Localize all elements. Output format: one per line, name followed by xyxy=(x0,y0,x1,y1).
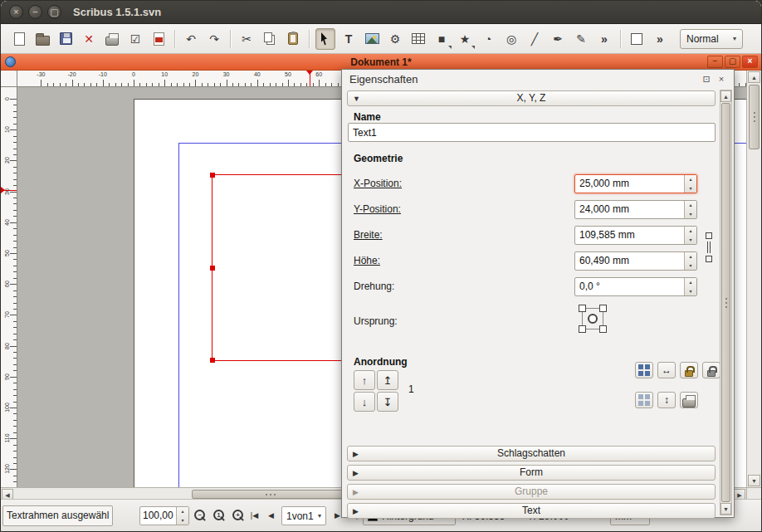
insert-line-tool[interactable]: ╱ xyxy=(525,28,545,50)
zoom-spin-up[interactable]: ▴ xyxy=(177,507,188,516)
group-button[interactable] xyxy=(635,362,653,378)
flip-horizontal-button[interactable]: ↔ xyxy=(657,362,676,378)
x-position-spinbox[interactable]: 25,000 mm▴▾ xyxy=(574,174,697,193)
document-titlebar[interactable]: Dokument 1* −▢× xyxy=(1,54,761,71)
height-spin-down[interactable]: ▾ xyxy=(685,261,696,271)
lower-to-bottom-button[interactable]: ↧ xyxy=(377,392,398,412)
select-item-tool[interactable] xyxy=(315,28,335,50)
name-input[interactable] xyxy=(348,123,716,142)
insert-image-frame-tool[interactable] xyxy=(362,28,382,50)
cut-button[interactable]: ✂ xyxy=(237,28,256,50)
zoom-in-button[interactable]: + xyxy=(230,506,247,525)
lower-level-button[interactable]: ↓ xyxy=(354,392,375,412)
preview-mode-button[interactable] xyxy=(627,28,647,50)
view-overflow-button[interactable]: » xyxy=(650,28,670,50)
horizontal-scroll-thumb[interactable] xyxy=(192,490,349,499)
frame-handle-tl[interactable] xyxy=(210,173,215,178)
doc-close-button[interactable]: × xyxy=(742,56,758,68)
toolbar-overflow-button[interactable]: » xyxy=(594,28,614,50)
vertical-ruler[interactable]: 0102030405060708090100110120 xyxy=(1,87,17,487)
y-position-spinbox[interactable]: 24,000 mm▴▾ xyxy=(574,200,697,219)
width-spin-up[interactable]: ▴ xyxy=(685,227,696,236)
print-button[interactable] xyxy=(102,28,122,50)
basepoint-bottom-left[interactable] xyxy=(579,325,586,333)
palette-scrollbar[interactable]: ▲ ▼ xyxy=(720,90,732,515)
section-text[interactable]: ▶Text xyxy=(347,503,716,519)
view-mode-select[interactable]: Normal▾ xyxy=(680,29,743,49)
rotation-spin-up[interactable]: ▴ xyxy=(685,278,696,287)
insert-text-frame-tool[interactable]: T xyxy=(339,28,359,50)
insert-render-frame-tool[interactable]: ⚙ xyxy=(385,28,405,50)
paste-button[interactable] xyxy=(283,28,303,50)
window-minimize-button[interactable]: − xyxy=(28,5,42,19)
open-document-button[interactable] xyxy=(32,28,52,50)
width-spinbox[interactable]: 109,585 mm▴▾ xyxy=(574,226,697,245)
scroll-down-button[interactable]: ▼ xyxy=(748,475,760,486)
section-xyz-header[interactable]: ▼ X, Y, Z xyxy=(347,90,716,106)
lock-size-button[interactable] xyxy=(702,362,720,378)
insert-arc-tool[interactable]: ◔ xyxy=(478,28,498,50)
link-width-height-icon[interactable] xyxy=(705,232,713,262)
window-close-button[interactable]: × xyxy=(9,5,23,19)
basepoint-selector[interactable] xyxy=(579,305,607,333)
raise-level-button[interactable]: ↑ xyxy=(354,370,375,390)
palette-scroll-up-button[interactable]: ▲ xyxy=(720,90,731,102)
page-select-combo[interactable]: 1von1 ▾ xyxy=(281,506,326,525)
basepoint-center[interactable] xyxy=(588,314,598,324)
insert-freehand-tool[interactable]: ✎ xyxy=(571,28,591,50)
flip-vertical-button[interactable]: ↕ xyxy=(657,392,676,408)
close-document-button[interactable]: ✕ xyxy=(79,28,99,50)
height-spin-up[interactable]: ▴ xyxy=(685,252,696,261)
palette-float-button[interactable]: ⊡ xyxy=(701,73,712,85)
basepoint-bottom-right[interactable] xyxy=(599,325,607,333)
zoom-out-button[interactable]: − xyxy=(192,506,209,525)
basepoint-top-right[interactable] xyxy=(599,305,607,312)
save-as-pdf-button[interactable] xyxy=(149,28,169,50)
frame-handle-bl[interactable] xyxy=(210,358,215,363)
height-spinbox[interactable]: 60,490 mm▴▾ xyxy=(574,251,697,271)
previous-page-button[interactable]: ◀ xyxy=(263,506,279,525)
palette-close-button[interactable]: × xyxy=(716,73,727,85)
zoom-level-spinbox[interactable]: 100,00 % ▴ ▾ xyxy=(139,506,189,525)
insert-table-tool[interactable] xyxy=(408,28,428,50)
copy-button[interactable] xyxy=(260,28,280,50)
insert-bezier-tool[interactable]: ✒ xyxy=(548,28,568,50)
window-maximize-button[interactable]: ▢ xyxy=(47,5,61,19)
scroll-up-button[interactable]: ▲ xyxy=(748,71,760,83)
rotation-spin-down[interactable]: ▾ xyxy=(685,287,696,296)
insert-spiral-tool[interactable]: ◎ xyxy=(501,28,521,50)
redo-button[interactable]: ↷ xyxy=(204,28,224,50)
new-document-button[interactable] xyxy=(9,28,29,50)
save-document-button[interactable] xyxy=(56,28,76,50)
x-position-spin-up[interactable]: ▴ xyxy=(685,175,696,184)
raise-to-top-button[interactable]: ↥ xyxy=(377,370,398,390)
x-position-spin-down[interactable]: ▾ xyxy=(685,184,696,193)
basepoint-top-left[interactable] xyxy=(579,305,586,312)
palette-scroll-down-button[interactable]: ▼ xyxy=(720,503,731,515)
section-schlagschatten[interactable]: ▶Schlagschatten xyxy=(347,446,716,461)
vertical-scrollbar[interactable]: ▲ ▼ xyxy=(746,71,761,487)
vertical-scroll-thumb[interactable] xyxy=(749,85,760,149)
enable-printing-button[interactable] xyxy=(680,392,698,408)
rotation-spinbox[interactable]: 0,0 °▴▾ xyxy=(574,277,697,296)
doc-restore-button[interactable]: ▢ xyxy=(725,56,740,68)
palette-scroll-thumb[interactable] xyxy=(721,103,730,502)
zoom-original-button[interactable]: 1 xyxy=(211,506,228,525)
width-spin-down[interactable]: ▾ xyxy=(685,236,696,245)
palette-titlebar[interactable]: Eigenschaften ⊡ × xyxy=(342,70,734,88)
section-form[interactable]: ▶Form xyxy=(347,465,716,481)
lock-object-button[interactable] xyxy=(680,362,698,378)
ungroup-button[interactable] xyxy=(635,392,653,408)
frame-handle-ml[interactable] xyxy=(210,266,215,271)
doc-minimize-button[interactable]: − xyxy=(707,56,723,68)
undo-button[interactable]: ↶ xyxy=(181,28,201,50)
preflight-verifier-button[interactable]: ☑ xyxy=(125,28,145,50)
zoom-spin-down[interactable]: ▾ xyxy=(177,516,188,525)
insert-shape-tool[interactable]: ■ xyxy=(432,28,452,50)
insert-polygon-tool[interactable]: ★ xyxy=(455,28,475,50)
window-titlebar[interactable]: ×−▢ Scribus 1.5.1.svn xyxy=(1,1,761,24)
ruler-origin-corner[interactable] xyxy=(1,71,17,87)
first-page-button[interactable]: |◀ xyxy=(247,506,262,525)
y-position-spin-down[interactable]: ▾ xyxy=(685,210,696,219)
y-position-spin-up[interactable]: ▴ xyxy=(685,201,696,210)
